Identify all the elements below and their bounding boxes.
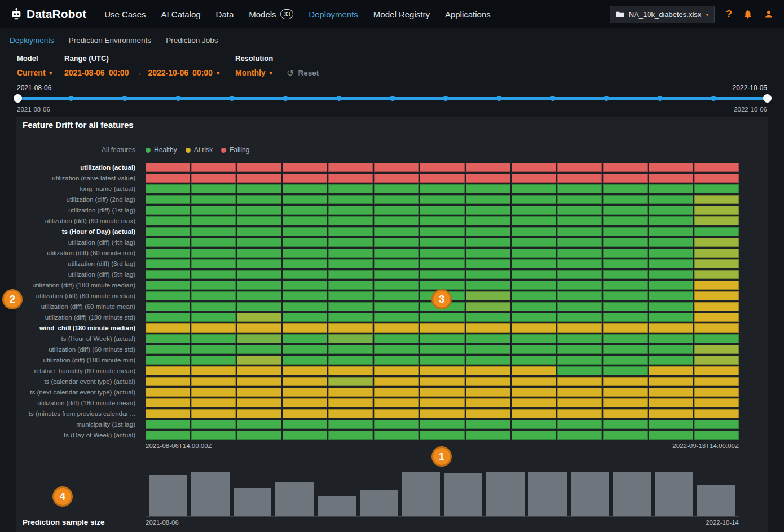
drift-cell[interactable] — [512, 163, 556, 172]
drift-cell[interactable] — [694, 238, 739, 247]
drift-cell[interactable] — [512, 259, 556, 268]
nav-item-models[interactable]: Models33 — [249, 9, 293, 20]
drift-cell[interactable] — [557, 323, 602, 333]
drift-cell[interactable] — [328, 216, 373, 225]
drift-cell[interactable] — [237, 313, 281, 322]
sample-size-bar[interactable] — [360, 490, 398, 516]
drift-cell[interactable] — [191, 420, 236, 429]
drift-cell[interactable] — [512, 323, 556, 333]
drift-cell[interactable] — [557, 206, 602, 215]
drift-cell[interactable] — [466, 334, 510, 343]
drift-cell[interactable] — [466, 356, 510, 365]
drift-cell[interactable] — [649, 270, 693, 279]
drift-cell[interactable] — [557, 259, 602, 268]
feature-label[interactable]: utilization (diff) (60 minute min) — [16, 250, 146, 256]
drift-cell[interactable] — [237, 334, 281, 343]
drift-cell[interactable] — [694, 377, 739, 386]
tab-prediction-jobs[interactable]: Prediction Jobs — [166, 36, 218, 45]
drift-cell[interactable] — [557, 388, 602, 397]
slider-tick[interactable] — [658, 96, 663, 101]
drift-cell[interactable] — [420, 388, 464, 397]
drift-cell[interactable] — [512, 366, 556, 375]
drift-cell[interactable] — [237, 345, 281, 354]
drift-cell[interactable] — [328, 356, 373, 365]
legend-item-failing[interactable]: Failing — [221, 146, 249, 154]
drift-cell[interactable] — [374, 184, 419, 193]
drift-cell[interactable] — [283, 206, 327, 215]
drift-cell[interactable] — [420, 195, 464, 204]
drift-cell[interactable] — [374, 163, 419, 172]
drift-cell[interactable] — [146, 366, 190, 375]
drift-cell[interactable] — [328, 195, 373, 204]
sample-size-bar[interactable] — [234, 488, 272, 516]
sample-size-bar[interactable] — [191, 472, 230, 516]
drift-cell[interactable] — [603, 291, 648, 300]
drift-cell[interactable] — [191, 334, 236, 343]
drift-cell[interactable] — [466, 388, 510, 397]
drift-cell[interactable] — [237, 249, 281, 258]
drift-cell[interactable] — [603, 345, 648, 354]
drift-cell[interactable] — [694, 174, 739, 183]
sample-size-bar[interactable] — [528, 472, 567, 516]
drift-cell[interactable] — [512, 195, 556, 204]
drift-cell[interactable] — [374, 431, 419, 440]
drift-cell[interactable] — [146, 259, 190, 268]
drift-cell[interactable] — [420, 356, 464, 365]
drift-cell[interactable] — [466, 249, 510, 258]
drift-cell[interactable] — [466, 323, 510, 333]
drift-cell[interactable] — [374, 323, 419, 333]
drift-cell[interactable] — [420, 184, 464, 193]
drift-cell[interactable] — [512, 238, 556, 247]
slider-tick[interactable] — [390, 96, 395, 101]
drift-cell[interactable] — [603, 249, 648, 258]
drift-cell[interactable] — [237, 356, 281, 365]
drift-cell[interactable] — [512, 409, 556, 418]
drift-cell[interactable] — [694, 259, 739, 268]
drift-cell[interactable] — [603, 184, 648, 193]
drift-cell[interactable] — [328, 270, 373, 279]
drift-cell[interactable] — [328, 323, 373, 333]
drift-cell[interactable] — [420, 409, 464, 418]
drift-cell[interactable] — [191, 313, 236, 322]
drift-cell[interactable] — [649, 227, 693, 236]
drift-cell[interactable] — [466, 281, 510, 290]
drift-cell[interactable] — [283, 409, 327, 418]
drift-cell[interactable] — [328, 313, 373, 322]
dataset-selector[interactable]: NA_10k_diabetes.xlsx ▾ — [610, 6, 715, 23]
drift-cell[interactable] — [557, 281, 602, 290]
drift-cell[interactable] — [512, 398, 556, 407]
drift-cell[interactable] — [191, 270, 236, 279]
drift-cell[interactable] — [694, 216, 739, 225]
drift-cell[interactable] — [649, 356, 693, 365]
feature-label[interactable]: utilization (diff) (180 minute median) — [16, 282, 146, 289]
sample-size-bar[interactable] — [318, 496, 356, 516]
drift-cell[interactable] — [328, 345, 373, 354]
drift-cell[interactable] — [237, 431, 281, 440]
drift-cell[interactable] — [466, 184, 510, 193]
drift-cell[interactable] — [237, 398, 281, 407]
drift-cell[interactable] — [328, 420, 373, 429]
drift-cell[interactable] — [374, 238, 419, 247]
drift-cell[interactable] — [374, 174, 419, 183]
drift-cell[interactable] — [237, 174, 281, 183]
drift-cell[interactable] — [420, 431, 464, 440]
drift-cell[interactable] — [557, 377, 602, 386]
feature-label[interactable]: utilization (diff) (60 minute mean) — [16, 303, 146, 310]
drift-cell[interactable] — [374, 388, 419, 397]
drift-cell[interactable] — [649, 302, 693, 311]
drift-cell[interactable] — [237, 377, 281, 386]
drift-cell[interactable] — [191, 398, 236, 407]
slider-tick[interactable] — [175, 96, 180, 101]
drift-cell[interactable] — [283, 313, 327, 322]
feature-label[interactable]: utilization (naive latest value) — [16, 175, 146, 181]
drift-cell[interactable] — [374, 216, 419, 225]
user-profile-button[interactable] — [764, 9, 774, 19]
sample-size-bar[interactable] — [697, 485, 735, 516]
slider-tick[interactable] — [122, 96, 127, 101]
drift-cell[interactable] — [557, 356, 602, 365]
drift-cell[interactable] — [420, 398, 464, 407]
drift-cell[interactable] — [328, 238, 373, 247]
drift-cell[interactable] — [283, 163, 327, 172]
drift-cell[interactable] — [328, 334, 373, 343]
drift-cell[interactable] — [649, 291, 693, 300]
